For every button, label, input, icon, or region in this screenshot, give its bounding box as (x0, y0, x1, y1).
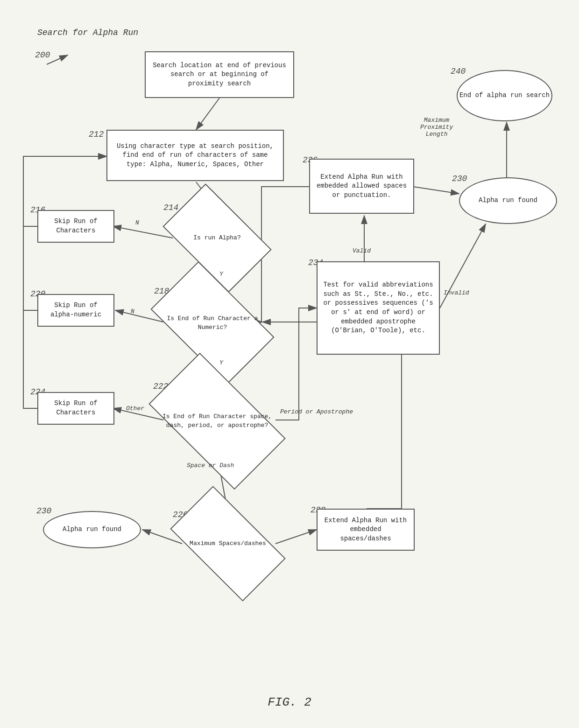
box-220: Skip Run of alpha-numeric (37, 294, 114, 327)
label-max-proximity: Maximum Proximity Length (420, 117, 453, 138)
start-box: Search location at end of previous searc… (145, 51, 294, 98)
arrow-200 (44, 50, 72, 69)
fig-label: FIG. 2 (268, 695, 311, 709)
label-n-214: N (135, 219, 139, 226)
diamond-222-text: Is End of Run Character space, dash, per… (156, 410, 278, 432)
diamond-218: Is End of Run Character a Numeric? (159, 289, 266, 357)
diamond-218-text: Is End of Run Character a Numeric? (159, 312, 266, 334)
label-212: 212 (89, 130, 104, 139)
label-y-214: Y (219, 271, 223, 278)
svg-line-15 (47, 55, 68, 64)
label-invalid: Invalid (444, 289, 469, 296)
box-236: Extend Alpha Run with embedded allowed s… (309, 159, 414, 214)
box-224: Skip Run of Characters (37, 392, 114, 425)
diamond-226-text: Maximum Spaces/dashes (187, 537, 268, 550)
label-period-222: Period or Apostrophe (280, 408, 353, 415)
box-228: Extend Alpha Run with embedded spaces/da… (317, 509, 415, 551)
diamond-222: Is End of Run Character space, dash, per… (156, 385, 278, 457)
label-240: 240 (451, 67, 466, 76)
label-valid: Valid (353, 247, 371, 254)
label-230-bottom: 230 (36, 506, 51, 516)
box-234: Test for valid abbreviations such as St.… (317, 261, 440, 355)
label-spacedash-222: Space or Dash (187, 462, 234, 469)
oval-230-top: Alpha run found (459, 177, 557, 224)
diamond-214-text: Is run Alpha? (191, 231, 243, 245)
oval-230-bottom: Alpha run found (43, 511, 141, 548)
svg-line-3 (113, 226, 173, 238)
oval-240: End of alpha run search (457, 70, 552, 121)
svg-line-11 (413, 187, 459, 194)
diagram-container: Search for Alpha Run 200 Search location… (0, 0, 579, 728)
diamond-226: Maximum Spaces/dashes (177, 513, 279, 574)
box-216: Skip Run of Characters (37, 210, 114, 243)
label-y-218: Y (219, 359, 223, 366)
label-230-top: 230 (452, 174, 467, 183)
box-212: Using character type at search position,… (106, 130, 284, 181)
svg-line-1 (196, 98, 219, 130)
label-n-218: N (131, 308, 134, 315)
page-title: Search for Alpha Run (37, 28, 138, 37)
label-other-222: Other (126, 405, 144, 412)
diamond-214: Is run Alpha? (170, 208, 264, 268)
svg-line-14 (275, 530, 317, 544)
